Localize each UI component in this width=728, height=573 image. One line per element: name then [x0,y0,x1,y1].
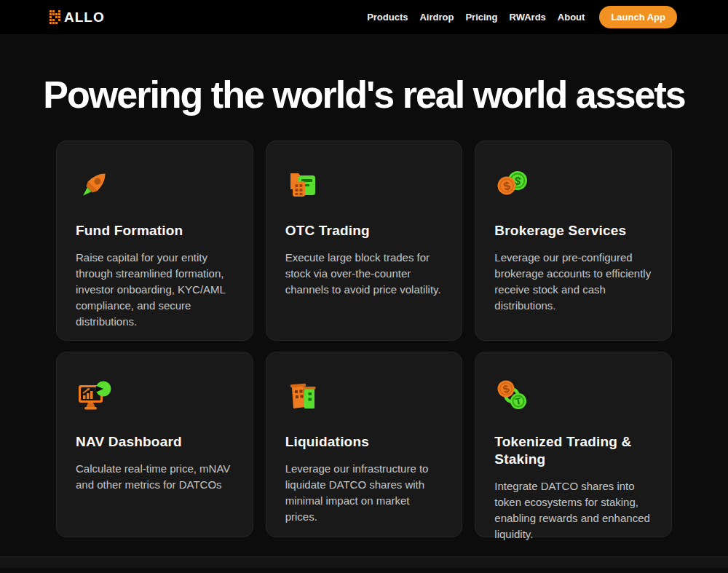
card-title: Fund Formation [76,222,234,240]
logo[interactable]: ALLO [50,9,105,25]
monitor-pie-chart-icon [76,378,112,414]
card-description: Execute large block trades for stock via… [285,250,443,298]
nav-link-products[interactable]: Products [367,12,408,23]
feature-card-tokenized-trading-staking: $ T Tokenized Trading & Staking Integrat… [475,352,672,537]
next-section-edge [0,556,728,568]
nav-links: Products Airdrop Pricing RWArds About La… [367,6,677,28]
card-title: Tokenized Trading & Staking [494,433,652,468]
rocket-icon [76,167,112,203]
coin-token-lock-icon: $ T [494,378,531,414]
card-title: OTC Trading [285,222,443,240]
feature-card-otc-trading: OTC Trading Execute large block trades f… [266,141,463,341]
feature-card-brokerage-services: $ $ Brokerage Services Leverage our pre-… [475,141,672,341]
allo-logo-icon [50,10,60,24]
page-title: Powering the world's real world assets [0,72,728,117]
feature-card-liquidations: Liquidations Leverage our infrastructure… [266,352,463,537]
feature-card-fund-formation: Fund Formation Raise capital for your en… [56,141,253,341]
nav-link-pricing[interactable]: Pricing [465,12,497,23]
card-title: NAV Dashboard [76,433,234,451]
feature-card-nav-dashboard: NAV Dashboard Calculate real-time price,… [56,352,253,537]
card-description: Leverage our infrastructure to liquidate… [285,461,443,525]
card-title: Brokerage Services [494,222,652,240]
folder-calculator-icon [285,167,322,203]
nav-link-airdrop[interactable]: Airdrop [419,12,454,23]
card-description: Leverage our pre-configured brokerage ac… [494,250,652,314]
top-nav: ALLO Products Airdrop Pricing RWArds Abo… [0,0,728,34]
hero-section: Powering the world's real world assets F… [0,72,728,537]
launch-app-button[interactable]: Launch App [599,6,677,28]
nav-link-rwards[interactable]: RWArds [510,12,546,23]
card-title: Liquidations [285,433,443,451]
features-grid: Fund Formation Raise capital for your en… [56,141,672,537]
logo-text: ALLO [64,9,105,25]
card-description: Integrate DATCO shares into token ecosys… [494,478,652,542]
nav-link-about[interactable]: About [558,12,585,23]
card-description: Calculate real-time price, mNAV and othe… [76,461,234,493]
dollar-coins-icon: $ $ [494,167,531,203]
card-description: Raise capital for your entity through st… [76,250,234,330]
buildings-icon [285,378,322,414]
